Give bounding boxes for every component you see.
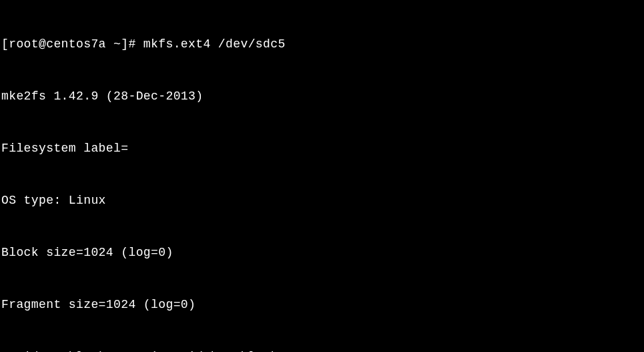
output-line: Fragment size=1024 (log=0): [1, 296, 643, 313]
output-line: Block size=1024 (log=0): [1, 244, 643, 261]
terminal-output[interactable]: [root@centos7a ~]# mkfs.ext4 /dev/sdc5 m…: [0, 0, 644, 352]
output-line: Filesystem label=: [1, 140, 643, 157]
output-line: mke2fs 1.42.9 (28-Dec-2013): [1, 87, 643, 105]
output-line: OS type: Linux: [1, 192, 643, 209]
shell-prompt-line: [root@centos7a ~]# mkfs.ext4 /dev/sdc5: [1, 35, 643, 53]
output-line: Stride=0 blocks, Stripe width=0 blocks: [1, 348, 643, 352]
